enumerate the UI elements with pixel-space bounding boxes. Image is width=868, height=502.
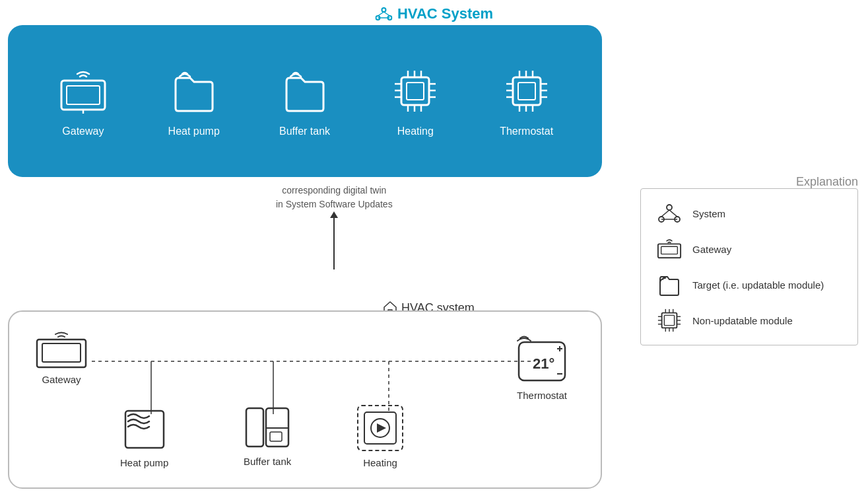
svg-rect-24 [518,83,535,100]
svg-rect-64 [661,246,678,254]
explanation-title: Explanation [640,175,858,189]
explanation-row-gateway: Gateway [657,236,842,262]
svg-rect-10 [407,83,424,100]
thermostat-device-bottom: 21° Thermostat [516,330,568,401]
buffertank-icon-bottom [245,403,290,450]
svg-marker-51 [377,423,386,433]
buffertank-icon-top [279,65,331,118]
svg-rect-47 [270,432,282,441]
svg-rect-7 [67,86,100,104]
svg-text:21°: 21° [533,355,554,372]
heating-icon-top [389,65,442,118]
gateway-icon-bottom [34,330,88,369]
thermostat-icon-top [500,65,553,118]
explanation-box: System Gateway Target (i.e. updatable mo… [640,188,858,345]
explanation-row-system: System [657,201,842,226]
thermostat-device-top: Thermostat [500,65,553,137]
svg-line-61 [669,210,677,217]
svg-rect-6 [61,81,105,110]
svg-rect-44 [246,408,263,447]
buffertank-device-bottom: Buffer tank [244,403,291,467]
arrow-up [333,217,335,269]
system-icon-top [375,7,392,21]
heating-device-top: Heating [389,65,442,137]
nonupdatable-icon-explanation [657,308,682,333]
buffertank-device-top: Buffer tank [279,65,331,137]
heating-icon-bottom [356,404,404,452]
hvac-system-box: Gateway Heat pump Buffer tank [8,25,602,177]
gateway-icon-explanation [657,236,682,262]
arrow-area: corresponding digital twin in System Sof… [276,184,393,269]
target-icon-explanation [657,272,682,297]
system-icon-explanation [657,201,682,226]
connection-lines [9,312,601,487]
explanation-row-nonupdatable: Non-updatable module [657,308,842,333]
gateway-icon-top [57,65,110,118]
svg-line-4 [384,12,389,16]
gateway-device-bottom: Gateway [34,330,88,385]
explanation-row-target: Target (i.e. updatable module) [657,272,842,297]
svg-line-3 [378,12,384,16]
svg-rect-66 [664,315,674,325]
svg-rect-42 [42,343,81,362]
thermostat-icon-bottom: 21° [516,330,568,384]
svg-rect-9 [401,77,429,105]
heatpump-icon-bottom [124,404,165,452]
heatpump-device-bottom: Heat pump [120,404,168,468]
svg-line-60 [661,210,669,217]
svg-point-57 [667,205,672,210]
heatpump-device-top: Heat pump [168,65,220,137]
heatpump-icon-top [168,65,220,118]
bottom-system-box: Gateway Heat pump Buffer tank [8,310,602,489]
hvac-system-title: HVAC System [375,5,493,22]
arrow-text: corresponding digital twin in System Sof… [276,184,393,211]
heating-device-bottom: Heating [356,404,404,468]
svg-rect-23 [513,77,541,105]
gateway-device-top: Gateway [57,65,110,137]
svg-point-0 [382,8,385,12]
